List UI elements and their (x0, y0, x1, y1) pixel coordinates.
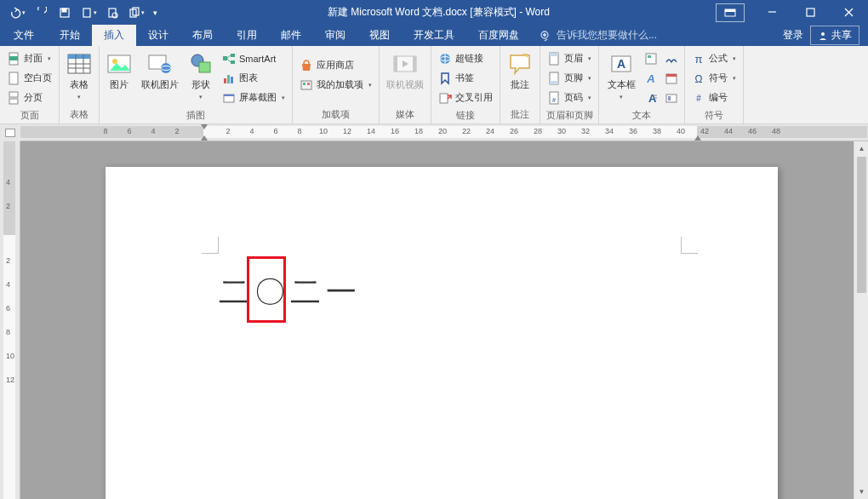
ribbon-display-options[interactable] (716, 3, 745, 22)
minimize-button[interactable] (753, 0, 791, 25)
textbox-button[interactable]: A 文本框▾ (602, 49, 640, 102)
hruler-tick: 24 (486, 127, 494, 135)
svg-rect-41 (227, 75, 230, 83)
symbol-button[interactable]: Ω符号▾ (688, 68, 740, 88)
quick-parts-button[interactable] (642, 49, 660, 68)
tab-references[interactable]: 引用 (225, 25, 269, 46)
store-button[interactable]: 应用商店 (296, 55, 375, 75)
chart-button[interactable]: 图表 (219, 68, 288, 88)
ruler-corner[interactable] (0, 124, 20, 141)
tab-home[interactable]: 开始 (48, 25, 92, 46)
page-break-button[interactable]: 分页 (3, 88, 55, 107)
screenshot-button[interactable]: 屏幕截图▾ (219, 88, 288, 107)
group-addins: 应用商店 我的加载项▾ 加载项 (293, 46, 380, 123)
smartart-button[interactable]: SmartArt (219, 49, 288, 68)
horizontal-ruler[interactable]: 8642246810121416182022242628303234363840… (20, 124, 868, 141)
scroll-thumb[interactable] (857, 157, 866, 293)
svg-rect-71 (666, 74, 677, 77)
hruler-tick: 16 (391, 127, 399, 135)
signature-button[interactable] (662, 49, 681, 68)
svg-rect-21 (9, 99, 18, 104)
object-button[interactable] (662, 88, 681, 107)
group-text-label: 文本 (602, 107, 681, 124)
customize-qat-button[interactable]: ▾ (148, 2, 162, 24)
shapes-button[interactable]: 形状▾ (185, 49, 217, 102)
svg-rect-50 (394, 56, 397, 72)
my-addins-button[interactable]: 我的加载项▾ (296, 75, 375, 95)
svg-text:Ω: Ω (695, 73, 703, 85)
share-label: 共享 (831, 28, 852, 43)
tab-file[interactable]: 文件 (0, 25, 48, 46)
page-number-button[interactable]: #页码▾ (544, 88, 595, 107)
table-button[interactable]: 表格▾ (63, 49, 95, 102)
tab-developer[interactable]: 开发工具 (402, 25, 466, 46)
hruler-tick: 8 (297, 127, 301, 135)
svg-rect-2 (83, 9, 90, 17)
hruler-tick: 18 (414, 127, 423, 135)
document-canvas[interactable]: 二 〇 二 一 ▲ ▼ (20, 141, 868, 499)
hyperlink-button[interactable]: 超链接 (435, 49, 496, 68)
qat-item-6[interactable]: ▾ (124, 2, 148, 24)
tab-design[interactable]: 设计 (136, 25, 180, 46)
bookmark-button[interactable]: 书签 (435, 68, 496, 88)
svg-rect-47 (303, 83, 306, 85)
doc-char-3[interactable]: 二 (290, 272, 326, 313)
wordart-button[interactable]: A (642, 68, 660, 88)
group-comments: 批注 批注 (500, 46, 540, 123)
svg-rect-20 (9, 92, 18, 97)
svg-line-15 (545, 39, 547, 41)
group-pages-label: 页面 (3, 107, 55, 124)
footer-button[interactable]: 页脚▾ (544, 68, 595, 88)
ribbon-tabs: 文件 开始 插入 设计 布局 引用 邮件 审阅 视图 开发工具 百度网盘 告诉我… (0, 25, 868, 46)
cover-page-button[interactable]: 封面▾ (3, 49, 55, 68)
vertical-ruler[interactable]: 4224681012 (0, 141, 20, 499)
tell-me-search[interactable]: 告诉我您想要做什么... (531, 25, 783, 46)
number-button[interactable]: #编号 (688, 88, 740, 107)
blank-page-button[interactable]: 空白页 (3, 68, 55, 88)
pictures-button[interactable]: 图片 (103, 49, 135, 90)
svg-point-14 (544, 33, 546, 36)
group-tables-label: 表格 (63, 106, 95, 123)
login-link[interactable]: 登录 (783, 28, 803, 43)
print-preview-button[interactable] (100, 2, 124, 24)
scroll-up-arrow[interactable]: ▲ (854, 141, 868, 156)
document-text[interactable]: 二 〇 二 一 (219, 272, 362, 313)
maximize-button[interactable] (791, 0, 830, 25)
comment-button[interactable]: 批注 (504, 49, 536, 90)
hruler-tick: 20 (438, 127, 447, 135)
page[interactable]: 二 〇 二 一 (106, 167, 778, 499)
svg-rect-36 (231, 54, 235, 57)
tab-review[interactable]: 审阅 (313, 25, 357, 46)
group-illustrations-label: 插图 (103, 107, 288, 124)
vertical-scrollbar[interactable]: ▲ ▼ (854, 141, 868, 499)
svg-rect-23 (68, 54, 90, 59)
save-button[interactable] (53, 2, 77, 24)
doc-char-4[interactable]: 一 (326, 272, 362, 313)
svg-rect-51 (413, 56, 416, 72)
cross-reference-button[interactable]: 交叉引用 (435, 88, 496, 107)
new-button[interactable]: ▾ (77, 2, 100, 24)
share-button[interactable]: 共享 (810, 26, 859, 45)
drop-cap-button[interactable]: A (642, 88, 660, 107)
svg-text:A: A (617, 57, 625, 71)
undo-button[interactable]: ▾ (5, 2, 29, 24)
scroll-down-arrow[interactable]: ▼ (854, 485, 868, 499)
hruler-tick: 8 (103, 127, 107, 135)
redo-button[interactable] (29, 2, 53, 24)
tab-baidu[interactable]: 百度网盘 (466, 25, 531, 46)
tab-insert[interactable]: 插入 (92, 25, 136, 46)
svg-point-31 (161, 63, 171, 73)
online-pictures-button[interactable]: 联机图片 (137, 49, 183, 90)
svg-rect-44 (224, 95, 234, 96)
header-button[interactable]: 页眉▾ (544, 49, 595, 68)
comment-icon (506, 50, 534, 77)
date-time-button[interactable] (662, 68, 681, 88)
annotation-highlight-box (247, 256, 286, 323)
svg-rect-46 (301, 81, 311, 89)
svg-point-29 (112, 59, 117, 64)
close-button[interactable] (830, 0, 868, 25)
tab-layout[interactable]: 布局 (180, 25, 225, 46)
equation-button[interactable]: π公式▾ (688, 49, 740, 68)
tab-mailings[interactable]: 邮件 (269, 25, 313, 46)
tab-view[interactable]: 视图 (357, 25, 402, 46)
